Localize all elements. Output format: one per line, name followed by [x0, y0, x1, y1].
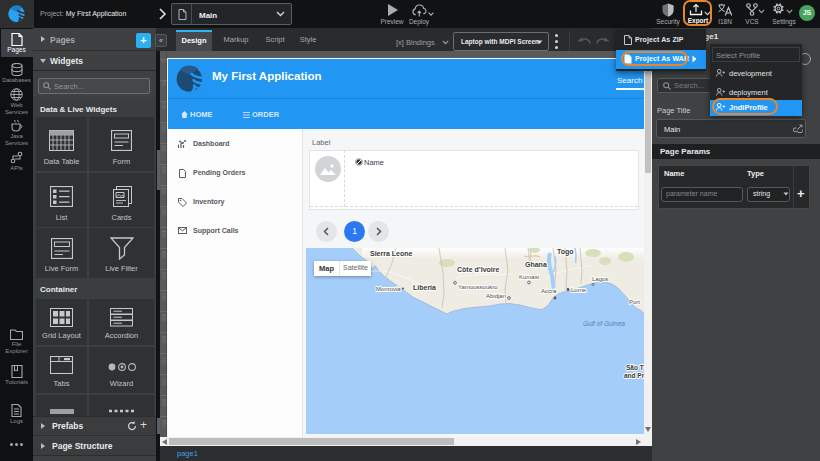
svg-text:Côte d’Ivoire: Côte d’Ivoire — [457, 266, 500, 273]
svg-text:Sierra Leone: Sierra Leone — [370, 250, 413, 257]
svg-text:Accra: Accra — [541, 288, 557, 294]
svg-text:Togo: Togo — [557, 248, 574, 256]
svg-text:Kumasi: Kumasi — [519, 274, 539, 280]
svg-text:Gulf of Guinea: Gulf of Guinea — [583, 320, 625, 327]
svg-text:Yamoussoukro: Yamoussoukro — [458, 284, 498, 290]
svg-text:Lome: Lome — [571, 287, 587, 293]
svg-text:Port: Port — [629, 299, 640, 305]
svg-text:Lagos: Lagos — [592, 276, 608, 282]
svg-text:Liberia: Liberia — [413, 284, 436, 291]
svg-text:São T: São T — [626, 364, 644, 371]
svg-text:Abidjan: Abidjan — [486, 293, 506, 299]
svg-text:Ghana: Ghana — [525, 261, 547, 268]
svg-text:and Pr: and Pr — [624, 372, 644, 379]
svg-text:Monrovia: Monrovia — [376, 286, 401, 292]
